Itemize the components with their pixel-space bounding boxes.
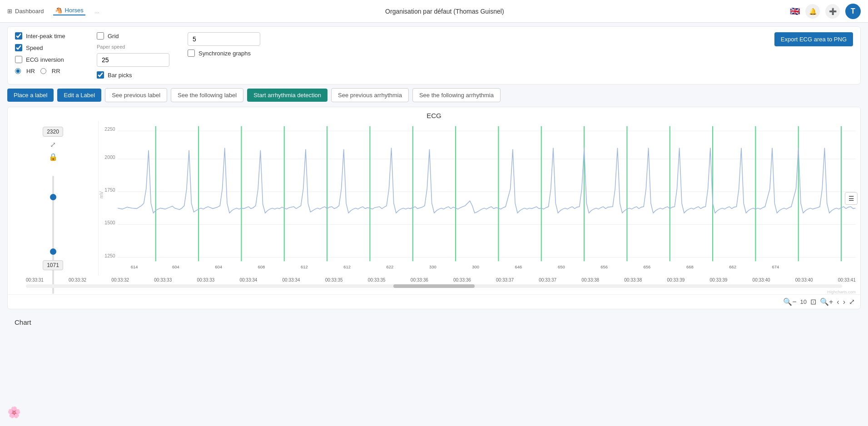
svg-text:612: 612 [343, 264, 351, 269]
svg-text:662: 662 [729, 264, 736, 269]
bar-picks-checkbox-item: Bar picks [97, 71, 179, 79]
dashboard-label: Dashboard [15, 8, 44, 15]
svg-text:650: 650 [558, 264, 565, 269]
svg-text:300: 300 [472, 264, 479, 269]
svg-text:674: 674 [772, 264, 779, 269]
x-axis: 00:33:31 00:33:32 00:33:32 00:33:33 00:3… [8, 276, 860, 282]
svg-text:668: 668 [686, 264, 694, 269]
prev-page-button[interactable]: ‹ [837, 298, 839, 306]
range-thumb-bottom[interactable] [50, 248, 56, 255]
bar-picks-checkbox[interactable] [97, 71, 104, 79]
bar-picks-label: Bar picks [108, 72, 132, 79]
svg-text:1750: 1750 [104, 187, 115, 193]
breadcrumb-extra: ... [94, 8, 99, 15]
svg-text:608: 608 [258, 264, 265, 269]
scrollbar-thumb[interactable] [393, 284, 475, 288]
chart-settings-button[interactable]: ☰ [845, 192, 858, 205]
paper-speed-input[interactable] [97, 53, 169, 67]
start-arrhythmia-button[interactable]: Start arrhythmia detection [247, 89, 327, 102]
rr-radio[interactable] [40, 68, 46, 74]
main-content: Inter-peak time Speed ECG inversion HR R… [0, 23, 868, 333]
inter-peak-checkbox[interactable] [15, 32, 22, 40]
paper-speed-col: Paper speed [97, 44, 179, 67]
notifications-button[interactable]: 🔔 [805, 4, 820, 19]
next-page-button[interactable]: › [843, 298, 845, 306]
synchronize-label: Synchronize graphs [198, 50, 251, 57]
controls-panel: Inter-peak time Speed ECG inversion HR R… [0, 23, 868, 333]
dashboard-icon: ⊞ [7, 8, 12, 15]
user-avatar[interactable]: T [845, 4, 861, 19]
synchronize-row: Synchronize graphs [188, 50, 260, 57]
top-nav: ⊞ Dashboard 🐴 Horses ... Organisation pa… [0, 0, 868, 23]
svg-text:mV: mV [99, 191, 104, 198]
paper-speed-label: Paper speed [97, 44, 179, 50]
inter-peak-label: Inter-peak time [26, 33, 65, 40]
num-input-col: Synchronize graphs [188, 32, 260, 57]
see-next-label-button[interactable]: See the following label [171, 88, 243, 102]
horses-label: Horses [65, 7, 84, 14]
range-thumb-top[interactable] [50, 194, 56, 200]
inter-peak-checkbox-item: Inter-peak time [15, 32, 88, 40]
chart-title: ECG [8, 107, 860, 121]
grid-checkbox-item: Grid [97, 32, 179, 40]
place-label-button[interactable]: Place a label [7, 89, 54, 102]
zoom-out-button[interactable]: 🔍− [783, 297, 796, 306]
chart-inner: 2320 ⤢ 🔒 1071 2250 2000 1750 [8, 121, 860, 276]
ecg-inversion-label: ECG inversion [26, 56, 64, 63]
bottom-section: Chart [7, 315, 861, 330]
ecg-svg: 2250 2000 1750 1500 1250 mV [99, 121, 860, 276]
speed-checkbox[interactable] [15, 44, 22, 51]
see-prev-arrhythmia-button[interactable]: See previous arrhythmia [331, 88, 409, 102]
grid-bar-column: Grid Paper speed Bar picks [97, 32, 179, 79]
action-buttons-row: Place a label Edit a Label See previous … [7, 88, 861, 102]
svg-text:2000: 2000 [104, 154, 115, 160]
ecg-inversion-checkbox[interactable] [15, 56, 22, 63]
svg-text:614: 614 [131, 264, 138, 269]
add-button[interactable]: ➕ [825, 4, 840, 19]
chart-section-label: Chart [15, 318, 31, 326]
zoom-in-button[interactable]: 🔍+ [820, 297, 833, 306]
settings-row: Inter-peak time Speed ECG inversion HR R… [7, 26, 861, 84]
horses-icon: 🐴 [55, 7, 62, 14]
svg-text:604: 604 [172, 264, 179, 269]
see-prev-label-button[interactable]: See previous label [105, 88, 167, 102]
horses-nav-item[interactable]: 🐴 Horses [53, 7, 85, 15]
checkboxes-column: Inter-peak time Speed ECG inversion HR R… [15, 32, 88, 74]
svg-text:1500: 1500 [104, 220, 115, 225]
speed-label: Speed [26, 45, 43, 51]
svg-text:604: 604 [215, 264, 222, 269]
hr-rr-radio-group: HR RR [15, 68, 88, 74]
fit-zoom-button[interactable]: ⊡ [810, 297, 816, 306]
flag-icon: 🇬🇧 [790, 6, 800, 16]
ecg-inversion-checkbox-item: ECG inversion [15, 56, 88, 63]
export-button[interactable]: Export ECG area to PNG [774, 32, 853, 46]
svg-text:612: 612 [301, 264, 308, 269]
highcharts-watermark: Highcharts.com [8, 290, 860, 294]
synchronize-checkbox[interactable] [188, 50, 195, 57]
top-badge: 2320 [43, 127, 63, 137]
hr-radio[interactable] [15, 68, 21, 74]
nav-right: 🇬🇧 🔔 ➕ T [790, 4, 861, 19]
hr-radio-label: HR [26, 68, 35, 74]
dashboard-nav-item[interactable]: ⊞ Dashboard [7, 8, 44, 15]
svg-text:646: 646 [515, 264, 522, 269]
fullscreen-button[interactable]: ⤢ [849, 297, 855, 306]
lock-icon[interactable]: 🔒 [49, 153, 58, 161]
svg-text:622: 622 [387, 264, 394, 269]
rr-radio-label: RR [52, 68, 60, 74]
svg-text:656: 656 [600, 264, 608, 269]
svg-text:1250: 1250 [104, 253, 115, 258]
ecg-chart-container: ECG 2320 ⤢ 🔒 1071 2250 [7, 107, 861, 309]
num-input[interactable] [188, 32, 260, 46]
svg-text:330: 330 [429, 264, 436, 269]
expand-icon[interactable]: ⤢ [50, 140, 56, 149]
zoom-level: 10 [800, 298, 807, 305]
bottom-badge: 1071 [43, 260, 63, 270]
see-next-arrhythmia-button[interactable]: See the following arrhythmia [412, 88, 501, 102]
grid-label: Grid [108, 33, 119, 40]
chart-footer: 🔍− 10 ⊡ 🔍+ ‹ › ⤢ [8, 294, 860, 309]
grid-checkbox[interactable] [97, 32, 104, 40]
speed-checkbox-item: Speed [15, 44, 88, 51]
edit-label-button[interactable]: Edit a Label [57, 89, 101, 102]
scrollbar-track [26, 284, 842, 288]
